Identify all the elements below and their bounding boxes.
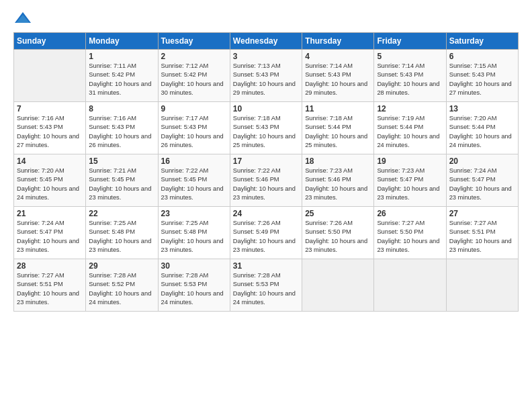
- day-detail: Sunrise: 7:28 AMSunset: 5:52 PMDaylight:…: [89, 272, 151, 306]
- day-detail: Sunrise: 7:26 AMSunset: 5:50 PMDaylight:…: [305, 220, 367, 253]
- calendar-cell: 19Sunrise: 7:23 AMSunset: 5:47 PMDayligh…: [374, 154, 446, 207]
- calendar-cell: 26Sunrise: 7:27 AMSunset: 5:50 PMDayligh…: [374, 207, 446, 259]
- calendar-cell: 30Sunrise: 7:28 AMSunset: 5:53 PMDayligh…: [158, 259, 230, 312]
- day-number: 12: [377, 104, 443, 113]
- week-row-4: 21Sunrise: 7:24 AMSunset: 5:47 PMDayligh…: [14, 207, 519, 259]
- day-detail: Sunrise: 7:12 AMSunset: 5:42 PMDaylight:…: [161, 62, 224, 96]
- day-number: 16: [161, 156, 227, 166]
- calendar-cell: 10Sunrise: 7:18 AMSunset: 5:43 PMDayligh…: [230, 102, 302, 154]
- day-detail: Sunrise: 7:14 AMSunset: 5:43 PMDaylight:…: [305, 62, 367, 96]
- calendar-cell: 23Sunrise: 7:25 AMSunset: 5:48 PMDayligh…: [158, 207, 230, 259]
- day-number: 11: [305, 104, 371, 113]
- day-number: 3: [233, 52, 299, 61]
- day-detail: Sunrise: 7:27 AMSunset: 5:50 PMDaylight:…: [377, 220, 439, 253]
- header-row: SundayMondayTuesdayWednesdayThursdayFrid…: [14, 33, 519, 50]
- calendar-cell: 14Sunrise: 7:20 AMSunset: 5:45 PMDayligh…: [14, 154, 86, 207]
- day-header-tuesday: Tuesday: [158, 33, 230, 50]
- day-header-thursday: Thursday: [302, 33, 374, 50]
- day-detail: Sunrise: 7:20 AMSunset: 5:44 PMDaylight:…: [449, 115, 512, 148]
- calendar-cell: 25Sunrise: 7:26 AMSunset: 5:50 PMDayligh…: [302, 207, 374, 259]
- calendar-cell: 13Sunrise: 7:20 AMSunset: 5:44 PMDayligh…: [446, 102, 518, 154]
- day-detail: Sunrise: 7:22 AMSunset: 5:46 PMDaylight:…: [233, 167, 296, 201]
- calendar-cell: 22Sunrise: 7:25 AMSunset: 5:48 PMDayligh…: [86, 207, 158, 259]
- day-number: 23: [161, 209, 227, 218]
- day-header-saturday: Saturday: [446, 33, 518, 50]
- day-detail: Sunrise: 7:23 AMSunset: 5:46 PMDaylight:…: [305, 167, 367, 201]
- calendar-cell: 11Sunrise: 7:18 AMSunset: 5:44 PMDayligh…: [302, 102, 374, 154]
- day-number: 14: [17, 156, 83, 166]
- week-row-5: 28Sunrise: 7:27 AMSunset: 5:51 PMDayligh…: [14, 259, 519, 312]
- day-detail: Sunrise: 7:19 AMSunset: 5:44 PMDaylight:…: [377, 115, 439, 148]
- calendar-cell: 4Sunrise: 7:14 AMSunset: 5:43 PMDaylight…: [302, 50, 374, 102]
- day-number: 29: [89, 261, 154, 271]
- day-number: 15: [89, 156, 154, 166]
- calendar-cell: 16Sunrise: 7:22 AMSunset: 5:45 PMDayligh…: [158, 154, 230, 207]
- day-detail: Sunrise: 7:16 AMSunset: 5:43 PMDaylight:…: [89, 115, 151, 148]
- calendar-cell: 21Sunrise: 7:24 AMSunset: 5:47 PMDayligh…: [14, 207, 86, 259]
- day-number: 30: [161, 261, 227, 271]
- calendar-cell: [374, 259, 446, 312]
- calendar-cell: 8Sunrise: 7:16 AMSunset: 5:43 PMDaylight…: [86, 102, 158, 154]
- day-detail: Sunrise: 7:24 AMSunset: 5:47 PMDaylight:…: [449, 167, 512, 201]
- calendar-cell: [302, 259, 374, 312]
- day-header-friday: Friday: [374, 33, 446, 50]
- day-detail: Sunrise: 7:11 AMSunset: 5:42 PMDaylight:…: [89, 62, 151, 96]
- calendar-cell: 15Sunrise: 7:21 AMSunset: 5:45 PMDayligh…: [86, 154, 158, 207]
- day-number: 10: [233, 104, 299, 113]
- day-number: 21: [17, 209, 83, 218]
- calendar-cell: 20Sunrise: 7:24 AMSunset: 5:47 PMDayligh…: [446, 154, 518, 207]
- calendar-cell: 3Sunrise: 7:13 AMSunset: 5:43 PMDaylight…: [230, 50, 302, 102]
- day-detail: Sunrise: 7:22 AMSunset: 5:45 PMDaylight:…: [161, 167, 224, 201]
- calendar-cell: 6Sunrise: 7:15 AMSunset: 5:43 PMDaylight…: [446, 50, 518, 102]
- calendar-cell: [446, 259, 518, 312]
- day-number: 17: [233, 156, 299, 166]
- day-number: 9: [161, 104, 227, 113]
- logo: [13, 11, 35, 26]
- calendar-cell: 9Sunrise: 7:17 AMSunset: 5:43 PMDaylight…: [158, 102, 230, 154]
- calendar-cell: 2Sunrise: 7:12 AMSunset: 5:42 PMDaylight…: [158, 50, 230, 102]
- day-number: 7: [17, 104, 83, 113]
- calendar-cell: 28Sunrise: 7:27 AMSunset: 5:51 PMDayligh…: [14, 259, 86, 312]
- calendar-container: SundayMondayTuesdayWednesdayThursdayFrid…: [0, 0, 532, 318]
- day-detail: Sunrise: 7:25 AMSunset: 5:48 PMDaylight:…: [89, 220, 151, 253]
- day-number: 2: [161, 52, 227, 61]
- calendar-cell: 24Sunrise: 7:26 AMSunset: 5:49 PMDayligh…: [230, 207, 302, 259]
- day-number: 4: [305, 52, 371, 61]
- calendar-cell: [14, 50, 86, 102]
- day-detail: Sunrise: 7:13 AMSunset: 5:43 PMDaylight:…: [233, 62, 296, 96]
- day-number: 25: [305, 209, 371, 218]
- day-number: 6: [449, 52, 515, 61]
- calendar-cell: 31Sunrise: 7:28 AMSunset: 5:53 PMDayligh…: [230, 259, 302, 312]
- day-number: 27: [449, 209, 515, 218]
- week-row-2: 7Sunrise: 7:16 AMSunset: 5:43 PMDaylight…: [14, 102, 519, 154]
- day-detail: Sunrise: 7:20 AMSunset: 5:45 PMDaylight:…: [17, 167, 79, 201]
- day-detail: Sunrise: 7:27 AMSunset: 5:51 PMDaylight:…: [449, 220, 512, 253]
- day-detail: Sunrise: 7:21 AMSunset: 5:45 PMDaylight:…: [89, 167, 151, 201]
- calendar-cell: 29Sunrise: 7:28 AMSunset: 5:52 PMDayligh…: [86, 259, 158, 312]
- header: [13, 11, 519, 26]
- calendar-table: SundayMondayTuesdayWednesdayThursdayFrid…: [13, 32, 519, 312]
- calendar-cell: 12Sunrise: 7:19 AMSunset: 5:44 PMDayligh…: [374, 102, 446, 154]
- day-number: 13: [449, 104, 515, 113]
- day-detail: Sunrise: 7:16 AMSunset: 5:43 PMDaylight:…: [17, 115, 79, 148]
- day-number: 26: [377, 209, 443, 218]
- day-number: 31: [233, 261, 299, 271]
- week-row-3: 14Sunrise: 7:20 AMSunset: 5:45 PMDayligh…: [14, 154, 519, 207]
- calendar-cell: 17Sunrise: 7:22 AMSunset: 5:46 PMDayligh…: [230, 154, 302, 207]
- day-detail: Sunrise: 7:23 AMSunset: 5:47 PMDaylight:…: [377, 167, 439, 201]
- day-number: 24: [233, 209, 299, 218]
- logo-icon: [13, 11, 32, 26]
- calendar-cell: 1Sunrise: 7:11 AMSunset: 5:42 PMDaylight…: [86, 50, 158, 102]
- day-header-monday: Monday: [86, 33, 158, 50]
- day-detail: Sunrise: 7:25 AMSunset: 5:48 PMDaylight:…: [161, 220, 224, 253]
- day-detail: Sunrise: 7:26 AMSunset: 5:49 PMDaylight:…: [233, 220, 296, 253]
- day-number: 18: [305, 156, 371, 166]
- day-detail: Sunrise: 7:15 AMSunset: 5:43 PMDaylight:…: [449, 62, 512, 96]
- day-detail: Sunrise: 7:27 AMSunset: 5:51 PMDaylight:…: [17, 272, 79, 306]
- day-detail: Sunrise: 7:17 AMSunset: 5:43 PMDaylight:…: [161, 115, 224, 148]
- day-number: 5: [377, 52, 443, 61]
- week-row-1: 1Sunrise: 7:11 AMSunset: 5:42 PMDaylight…: [14, 50, 519, 102]
- day-detail: Sunrise: 7:28 AMSunset: 5:53 PMDaylight:…: [161, 272, 224, 306]
- day-number: 22: [89, 209, 154, 218]
- day-detail: Sunrise: 7:24 AMSunset: 5:47 PMDaylight:…: [17, 220, 79, 253]
